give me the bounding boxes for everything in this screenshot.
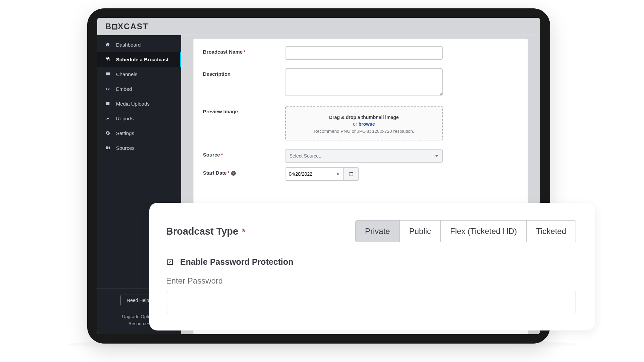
label-text: Start Date: [203, 170, 227, 176]
help-icon[interactable]: ?: [231, 171, 236, 176]
start-date-input[interactable]: 04/20/2022: [285, 167, 344, 181]
source-placeholder: Select Source...: [289, 153, 323, 159]
enable-password-label: Enable Password Protection: [180, 257, 293, 267]
logo-text-post: XCAST: [118, 22, 148, 31]
label-text: Broadcast Type: [166, 226, 238, 237]
dropzone-browse-link[interactable]: browse: [359, 121, 375, 127]
sidebar-item-label: Schedule a Broadcast: [116, 57, 169, 62]
form-row-start-date: Start Date*? 04/20/2022: [203, 167, 518, 181]
home-icon: [105, 42, 111, 48]
broadcast-type-private-button[interactable]: Private: [355, 220, 400, 242]
calendar-plus-icon: [105, 56, 111, 62]
dropzone-main-text: Drag & drop a thumbnail image: [290, 115, 438, 120]
sidebar-item-label: Embed: [116, 86, 132, 92]
form-row-broadcast-name: Broadcast Name*: [203, 46, 518, 60]
required-asterisk-icon: *: [244, 49, 246, 55]
calendar-button[interactable]: [344, 167, 359, 181]
password-input[interactable]: [166, 291, 576, 313]
form-row-preview-image: Preview Image Drag & drop a thumbnail im…: [203, 106, 518, 140]
sidebar-item-label: Sources: [116, 145, 135, 151]
broadcast-type-button-group: Private Public Flex (Ticketed HD) Ticket…: [356, 220, 576, 242]
code-icon: [105, 86, 111, 92]
sidebar-item-settings[interactable]: Settings: [97, 126, 181, 140]
broadcast-name-label: Broadcast Name*: [203, 46, 285, 55]
broadcast-type-ticketed-button[interactable]: Ticketed: [526, 220, 576, 242]
sidebar-item-label: Dashboard: [116, 42, 141, 48]
sidebar-item-dashboard[interactable]: Dashboard: [97, 37, 181, 52]
required-asterisk-icon: *: [228, 170, 230, 176]
video-camera-icon: [105, 145, 111, 151]
preview-image-label: Preview Image: [203, 106, 285, 114]
logo-text-pre: B: [105, 22, 112, 31]
label-text: Source: [203, 152, 220, 158]
sidebar-item-label: Media Uploads: [116, 101, 150, 107]
logo-square-icon: [112, 24, 117, 29]
broadcast-name-input[interactable]: [285, 46, 443, 60]
enter-password-label: Enter Password: [166, 276, 576, 286]
image-icon: [105, 101, 111, 107]
chevron-down-icon: [435, 155, 438, 157]
boxcast-logo: BXCAST: [105, 22, 149, 31]
dropzone-recommend-text: Recommend PNG or JPG at 1280x720 resolut…: [290, 129, 438, 134]
sidebar-item-label: Reports: [116, 116, 134, 121]
broadcast-type-label: Broadcast Type *: [166, 226, 246, 237]
form-row-description: Description: [203, 68, 518, 97]
source-select[interactable]: Select Source...: [285, 149, 443, 163]
sidebar-item-label: Settings: [116, 130, 134, 136]
broadcast-type-public-button[interactable]: Public: [399, 220, 441, 242]
sidebar-item-sources[interactable]: Sources: [97, 140, 181, 155]
gear-icon: [105, 130, 111, 136]
sidebar-item-label: Channels: [116, 71, 137, 77]
chart-line-icon: [105, 115, 111, 121]
thumbnail-dropzone[interactable]: Drag & drop a thumbnail image or browse …: [285, 106, 443, 140]
description-label: Description: [203, 68, 285, 77]
required-asterisk-icon: *: [242, 227, 245, 237]
sidebar-item-channels[interactable]: Channels: [97, 67, 181, 81]
description-input[interactable]: [285, 68, 443, 96]
app-header: BXCAST: [97, 18, 540, 35]
sidebar-item-schedule[interactable]: Schedule a Broadcast: [97, 52, 181, 67]
broadcast-type-flex-button[interactable]: Flex (Ticketed HD): [440, 220, 527, 242]
checkbox-checked-icon[interactable]: [166, 258, 174, 266]
label-text: Broadcast Name: [203, 49, 243, 55]
date-field-icon: [336, 172, 340, 176]
monitor-icon: [105, 71, 111, 77]
dropzone-or-text: or: [353, 121, 358, 127]
overlay-row-type: Broadcast Type * Private Public Flex (Ti…: [166, 220, 576, 242]
broadcast-type-overlay-card: Broadcast Type * Private Public Flex (Ti…: [149, 203, 595, 330]
sidebar-item-media-uploads[interactable]: Media Uploads: [97, 96, 181, 111]
sidebar-item-embed[interactable]: Embed: [97, 81, 181, 96]
sidebar-item-reports[interactable]: Reports: [97, 111, 181, 126]
source-label: Source*: [203, 149, 285, 158]
required-asterisk-icon: *: [221, 152, 223, 158]
form-row-source: Source* Select Source...: [203, 149, 518, 163]
start-date-value: 04/20/2022: [289, 171, 312, 177]
dropzone-or-line: or browse: [290, 121, 438, 127]
enable-password-row[interactable]: Enable Password Protection: [166, 257, 576, 267]
calendar-icon: [348, 171, 354, 177]
start-date-label: Start Date*?: [203, 167, 285, 176]
